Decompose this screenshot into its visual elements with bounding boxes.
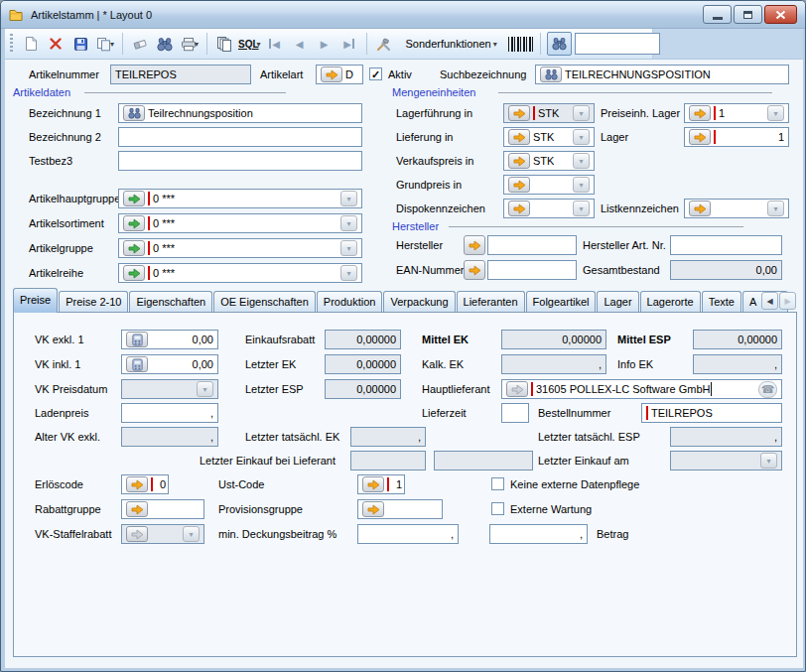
barcode-button[interactable] (508, 32, 534, 56)
tab-preise-2-10[interactable]: Preise 2-10 (59, 291, 128, 313)
artikelgruppe-combo[interactable]: 0 *** ▾ (118, 238, 362, 258)
provisionsgruppe-lookup-button[interactable] (362, 501, 384, 517)
first-record-button[interactable]: ◀ (264, 32, 286, 56)
special-tools-button[interactable] (373, 32, 395, 56)
tab-lager[interactable]: Lager (597, 291, 638, 313)
clear-button[interactable] (129, 32, 151, 56)
bestellnummer-field[interactable]: TEILREPOS (641, 403, 782, 423)
tab-preise[interactable]: Preise (13, 288, 58, 313)
keine-externe-datenpflege-checkbox[interactable] (491, 477, 504, 490)
quick-search-button[interactable] (547, 32, 572, 56)
rabattgruppe-field[interactable] (121, 499, 204, 519)
sonderfunktionen-button[interactable]: Sonderfunktionen ▾ (398, 32, 505, 56)
print-dropdown-caret[interactable]: ▾ (195, 40, 199, 49)
dropdown-button[interactable]: ▾ (340, 240, 357, 256)
dropdown-button[interactable]: ▾ (760, 453, 777, 469)
pages-button[interactable] (213, 32, 235, 56)
artikelsortiment-goto-button[interactable] (123, 215, 145, 231)
quick-search-input[interactable] (575, 33, 660, 55)
bezeichnung1-field[interactable]: Teilrechnungsposition (118, 103, 362, 123)
externe-wartung-checkbox[interactable] (491, 502, 504, 515)
grundpreis-combo[interactable]: ▾ (503, 175, 595, 195)
preiseinh-combo[interactable]: 1 ▾ (684, 103, 789, 123)
dropdown-button[interactable]: ▾ (573, 129, 590, 145)
vk-inkl-calculator-button[interactable] (126, 356, 148, 372)
betrag-field[interactable]: , (489, 524, 588, 544)
hauptlieferant-field[interactable]: 31605 POLLEX-LC Software GmbH ☎ (501, 379, 782, 399)
tab-scroll-left-button[interactable]: ◀ (761, 292, 778, 310)
maximize-button[interactable] (734, 5, 762, 24)
suchbezeichnung-field[interactable]: TEILRECHNUNGSPOSITION (535, 65, 789, 84)
aktiv-checkbox[interactable]: ✓ (369, 67, 382, 80)
lieferung-lookup-button[interactable] (508, 129, 530, 145)
dropdown-button[interactable]: ▾ (767, 201, 784, 216)
verkaufspreis-lookup-button[interactable] (508, 153, 530, 169)
suchbezeichnung-search-button[interactable] (540, 67, 562, 82)
ean-nummer-field[interactable] (487, 260, 577, 280)
dropdown-button[interactable]: ▾ (340, 265, 357, 281)
lieferzeit-field[interactable] (501, 403, 529, 423)
tab-scroll-right-button[interactable]: ▶ (779, 292, 796, 310)
previous-record-button[interactable]: ◀ (289, 32, 311, 56)
tab-eigenschaften[interactable]: Eigenschaften (129, 291, 212, 313)
testbez3-field[interactable] (118, 151, 362, 171)
rabattgruppe-lookup-button[interactable] (126, 501, 148, 517)
tab-produktion[interactable]: Produktion (317, 291, 383, 313)
artikelreihe-combo[interactable]: 0 *** ▾ (118, 263, 362, 283)
dropdown-button[interactable]: ▾ (573, 201, 590, 216)
hauptlieferant-goto-button[interactable] (506, 381, 528, 397)
bezeichnung2-field[interactable] (118, 127, 362, 147)
artikelart-lookup-button[interactable] (321, 67, 342, 82)
lager-field[interactable]: 1 (684, 127, 789, 147)
next-record-button[interactable]: ▶ (314, 32, 336, 56)
dropdown-button[interactable]: ▾ (197, 381, 213, 397)
artikelgruppe-goto-button[interactable] (123, 240, 145, 256)
search-button[interactable] (154, 32, 176, 56)
last-record-button[interactable]: ▶ (338, 32, 360, 56)
tab-verpackung[interactable]: Verpackung (383, 291, 455, 313)
sql-button[interactable]: SQL ▾ (238, 32, 261, 56)
artikelart-field[interactable]: D (316, 65, 363, 84)
sonderfunktionen-dropdown-caret[interactable]: ▾ (493, 40, 497, 49)
sql-dropdown-caret[interactable]: ▾ (257, 40, 261, 49)
tab-folgeartikel[interactable]: Folgeartikel (526, 291, 597, 313)
tab-lagerorte[interactable]: Lagerorte (640, 291, 701, 313)
phone-button[interactable]: ☎ (758, 381, 777, 398)
artikelreihe-goto-button[interactable] (123, 265, 145, 281)
tab-lieferanten[interactable]: Lieferanten (457, 291, 525, 313)
hersteller-artnr-field[interactable] (670, 235, 782, 255)
hersteller-field[interactable] (487, 235, 577, 255)
dropdown-button[interactable]: ▾ (183, 526, 200, 542)
copy-record-button[interactable]: ▾ (94, 32, 116, 56)
grundpreis-lookup-button[interactable] (508, 177, 530, 193)
dropdown-button[interactable]: ▾ (767, 105, 784, 121)
ean-lookup-button[interactable] (464, 260, 485, 280)
provisionsgruppe-field[interactable] (357, 499, 443, 519)
save-button[interactable] (69, 32, 91, 56)
vk-exkl-field[interactable]: 0,00 (121, 330, 218, 349)
toolbar-grip[interactable] (10, 34, 13, 54)
artikelhauptgruppe-combo[interactable]: 0 *** ▾ (118, 189, 362, 208)
lager-lookup-button[interactable] (689, 129, 711, 145)
vk-staffelrabatt-lookup-button[interactable] (126, 526, 148, 542)
new-record-button[interactable] (20, 32, 42, 56)
ust-code-lookup-button[interactable] (362, 476, 384, 492)
min-deckungsbeitrag-field[interactable]: , (357, 524, 459, 544)
ladenpreis-field[interactable]: , (121, 403, 218, 423)
tab-texte[interactable]: Texte (702, 291, 741, 313)
dropdown-button[interactable]: ▾ (573, 153, 590, 169)
vk-inkl-field[interactable]: 0,00 (121, 354, 218, 374)
vk-exkl-calculator-button[interactable] (126, 332, 148, 347)
dispokennzeichen-lookup-button[interactable] (508, 201, 530, 216)
erloescode-field[interactable]: 0 (121, 474, 169, 494)
preiseinh-lookup-button[interactable] (689, 105, 711, 121)
lagerfuehrung-lookup-button[interactable] (508, 105, 530, 121)
tab-oe-eigenschaften[interactable]: OE Eigenschaften (213, 291, 316, 313)
dropdown-button[interactable]: ▾ (340, 215, 357, 231)
listkennzeichen-lookup-button[interactable] (689, 201, 711, 216)
hersteller-lookup-button[interactable] (464, 235, 485, 255)
ust-code-field[interactable]: 1 (357, 474, 405, 494)
print-button[interactable]: ▾ (179, 32, 201, 56)
dropdown-button[interactable]: ▾ (573, 177, 590, 193)
bezeichnung1-search-button[interactable] (123, 105, 145, 121)
